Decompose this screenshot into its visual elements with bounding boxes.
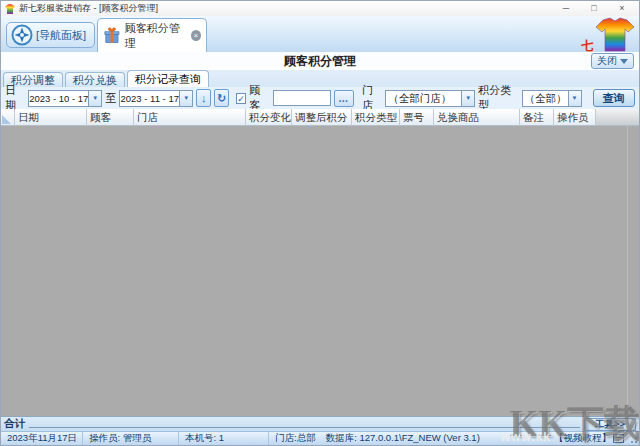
maximize-button[interactable]: □ <box>587 1 601 16</box>
tools-button[interactable]: 工具>> <box>584 418 636 431</box>
nav-tab-label: [导航面板] <box>36 28 86 43</box>
status-machine: 本机号: 1 <box>179 432 269 445</box>
customer-input[interactable] <box>273 90 331 106</box>
column-header-points-change[interactable]: 积分变化 <box>246 109 292 126</box>
status-window-icon[interactable] <box>613 434 624 443</box>
window-title: 新七彩服装进销存 - [顾客积分管理] <box>19 2 158 15</box>
tab-navigation-panel[interactable]: [导航面板] <box>6 22 95 48</box>
total-row: 合计 工具>> <box>1 416 639 431</box>
app-logo-icon <box>5 4 15 14</box>
page-title: 顾客积分管理 <box>284 53 356 70</box>
subtab-bar: 积分调整 积分兑换 积分记录查询 <box>1 70 639 87</box>
select-all-corner[interactable] <box>1 109 15 126</box>
status-store: 门店:总部 <box>275 432 316 445</box>
date-from-dropdown-icon[interactable]: ▼ <box>88 90 102 107</box>
close-panel-button[interactable]: 关闭 <box>591 53 634 69</box>
to-label: 至 <box>105 91 116 106</box>
date-to-input[interactable] <box>119 90 179 107</box>
customer-checkbox[interactable]: ✓ <box>236 93 246 104</box>
column-header-points-after[interactable]: 调整后积分 <box>292 109 352 126</box>
app-window: 新七彩服装进销存 - [顾客积分管理] ─ □ × [导航面板] 顾客积分管理 <box>0 0 640 446</box>
compass-icon <box>11 24 33 46</box>
minimize-button[interactable]: ─ <box>559 1 573 16</box>
customer-browse-button[interactable]: … <box>334 90 354 107</box>
total-label: 合计 <box>4 417 25 431</box>
tab-customer-points[interactable]: 顾客积分管理 × <box>97 18 207 52</box>
date-from-input[interactable] <box>28 90 88 107</box>
filter-toolbar: 日期 ▼ 至 ▼ ↓ ↻ ✓ 顾客 … 门店 （全部门店） ▼ 积分类型 （全部… <box>1 87 639 109</box>
main-tab-band: [导航面板] 顾客积分管理 × 七彩 <box>1 16 639 52</box>
status-video-link[interactable]: 【视频教程】 <box>548 432 613 445</box>
points-type-select[interactable]: （全部） <box>522 90 568 107</box>
column-header-ticket-no[interactable]: 票号 <box>400 109 434 126</box>
close-window-button[interactable]: × <box>615 1 629 16</box>
panel-title-strip: 顾客积分管理 关闭 <box>1 52 639 70</box>
tab-points-record-query[interactable]: 积分记录查询 <box>127 70 209 87</box>
status-bar: 2023年11月17日 操作员: 管理员 本机号: 1 门店:总部 数据库: 1… <box>1 431 639 445</box>
total-underline <box>29 427 580 428</box>
resize-grip-icon[interactable] <box>628 434 638 444</box>
date-reset-button[interactable]: ↻ <box>214 89 229 107</box>
rainbow-shirt-icon <box>595 17 635 53</box>
table-body[interactable] <box>1 126 639 416</box>
main-tab-label: 顾客积分管理 <box>125 21 187 51</box>
titlebar: 新七彩服装进销存 - [顾客积分管理] ─ □ × <box>1 1 639 16</box>
column-header-remark[interactable]: 备注 <box>520 109 554 126</box>
tab-points-exchange[interactable]: 积分兑换 <box>65 72 125 87</box>
points-type-dropdown-icon[interactable]: ▼ <box>568 90 582 107</box>
gift-icon <box>103 26 121 45</box>
column-header-store[interactable]: 门店 <box>134 109 246 126</box>
status-database: 数据库: 127.0.0.1\FZ_NEW (Ver 3.1) <box>326 432 480 445</box>
status-store-db: 门店:总部 数据库: 127.0.0.1\FZ_NEW (Ver 3.1) <box>269 432 548 445</box>
table-body-gridline <box>627 126 628 416</box>
close-panel-label: 关闭 <box>597 54 617 68</box>
store-dropdown-icon[interactable]: ▼ <box>461 90 475 107</box>
column-header-points-type[interactable]: 积分类型 <box>352 109 400 126</box>
column-header-exchange-goods[interactable]: 兑换商品 <box>434 109 520 126</box>
status-date: 2023年11月17日 <box>1 432 83 445</box>
store-select[interactable]: （全部门店） <box>385 90 461 107</box>
query-button[interactable]: 查询 <box>593 89 635 107</box>
column-header-customer[interactable]: 顾客 <box>87 109 134 126</box>
table-header: 日期 顾客 门店 积分变化 调整后积分 积分类型 票号 兑换商品 备注 操作员 <box>1 109 639 126</box>
date-to-dropdown-icon[interactable]: ▼ <box>179 90 193 107</box>
column-header-operator[interactable]: 操作员 <box>554 109 596 126</box>
status-operator: 操作员: 管理员 <box>83 432 179 445</box>
close-panel-arrow-icon <box>620 59 628 64</box>
date-down-button[interactable]: ↓ <box>196 89 211 107</box>
column-header-date[interactable]: 日期 <box>15 109 87 126</box>
table-header-filler <box>596 109 639 126</box>
tab-close-icon[interactable]: × <box>191 30 201 41</box>
